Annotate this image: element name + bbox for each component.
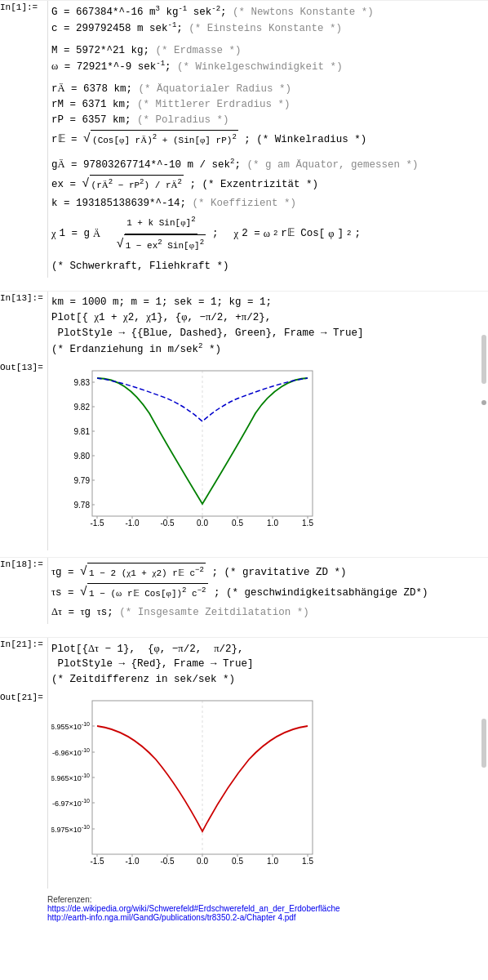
cell-content-in1[interactable]: G = 667384*^-16 m3 kg-1 sek-2; (* Newton…	[47, 1, 488, 278]
svg-text:1.0: 1.0	[267, 857, 278, 866]
svg-text:-6.975×10-10: -6.975×10-10	[51, 824, 90, 834]
cell-label-in1: In[1]:=	[0, 1, 47, 278]
svg-text:0.5: 0.5	[232, 857, 243, 866]
svg-text:9.79: 9.79	[74, 476, 91, 485]
cell-content-out13: 9.83 9.82 9.81 9.80 9.79 9.78	[47, 361, 488, 550]
plot-timedilation: -6.955×10-10 -6.96×10-10 -6.965×10-10 -6…	[51, 694, 329, 882]
svg-text:-6.96×10-10: -6.96×10-10	[52, 747, 90, 757]
svg-text:9.83: 9.83	[74, 378, 91, 387]
svg-text:0.5: 0.5	[232, 519, 243, 528]
code-comment: (* Schwerkraft, Fliehkraft *)	[51, 259, 481, 274]
code-line: gÄ = 97803267714*^-10 m / sek2; (* g am …	[51, 157, 481, 173]
code-line: Plot[{Δτ − 1}, {φ, −π/2, π/2},	[51, 641, 481, 657]
cell-content-in18[interactable]: τg = √ 1 − 2 (χ1 + χ2) r𝔼 c−2 ; (* gravi…	[47, 558, 488, 624]
references-section: Referenzen: https://de.wikipedia.org/wik…	[0, 889, 488, 929]
code-comment: (* Erdanziehung in m/sek2 *)	[51, 341, 481, 358]
cell-label-in21: In[21]:=	[0, 638, 47, 691]
plot-timedilation-svg: -6.955×10-10 -6.96×10-10 -6.965×10-10 -6…	[51, 694, 329, 882]
svg-text:0.0: 0.0	[197, 857, 208, 866]
svg-text:9.81: 9.81	[74, 427, 91, 436]
input-cell-13: In[13]:= km = 1000 m; m = 1; sek = 1; kg…	[0, 291, 488, 361]
reference-link-2[interactable]: http://earth-info.nga.mil/GandG/publicat…	[47, 913, 296, 922]
svg-text:-0.5: -0.5	[160, 857, 175, 866]
references-title: Referenzen:	[47, 895, 488, 904]
code-line: PlotStyle → {Red}, Frame → True]	[51, 657, 481, 672]
code-line: M = 5972*^21 kg; (* Erdmasse *)	[51, 43, 481, 59]
code-line: km = 1000 m; m = 1; sek = 1; kg = 1;	[51, 295, 481, 310]
scrollbar-indicator-3[interactable]	[481, 719, 486, 768]
code-line: k = 193185138639*^-14; (* Koeffizient *)	[51, 196, 481, 212]
math-line-ts: τs = √ 1 − (ω r𝔼 Cos[φ])2 c−2 ; (* gesch…	[51, 583, 481, 603]
code-line: c = 299792458 m sek-1; (* Einsteins Kons…	[51, 20, 481, 37]
code-line: PlotStyle → {{Blue, Dashed}, Green}, Fra…	[51, 326, 481, 341]
cell-content-in13[interactable]: km = 1000 m; m = 1; sek = 1; kg = 1; Plo…	[47, 292, 488, 361]
code-line: rP = 6357 km; (* Polradius *)	[51, 113, 481, 128]
code-line: Δτ = τg τs; (* Insgesamte Zeitdilatation…	[51, 604, 481, 621]
svg-text:9.78: 9.78	[74, 501, 91, 510]
cell-label-in18: In[18]:=	[0, 558, 47, 624]
svg-text:-1.0: -1.0	[125, 519, 140, 528]
math-line-ex: ex = √ (rÄ2 − rP2) / rÄ2 ; (* Exzentrizi…	[51, 175, 481, 194]
math-line-chi: χ1 = gÄ 1 + k Sin[φ]2 √1 − ex2 Sin[φ]2 ;…	[51, 212, 481, 255]
svg-text:-6.955×10-10: -6.955×10-10	[51, 721, 90, 731]
code-line: rÄ = 6378 km; (* Äquatorialer Radius *)	[51, 81, 481, 97]
svg-text:1.5: 1.5	[302, 857, 313, 866]
svg-text:-6.97×10-10: -6.97×10-10	[52, 798, 90, 808]
cell-label-in13: In[13]:=	[0, 292, 47, 361]
code-line: Plot[{ χ1 + χ2, χ1}, {φ, −π/2, +π/2},	[51, 310, 481, 326]
input-cell-18: In[18]:= τg = √ 1 − 2 (χ1 + χ2) r𝔼 c−2 ;…	[0, 557, 488, 624]
svg-text:-0.5: -0.5	[160, 519, 175, 528]
output-cell-13: Out[13]= 9.83 9.82	[0, 361, 488, 550]
code-line: G = 667384*^-16 m3 kg-1 sek-2; (* Newton…	[51, 4, 481, 20]
svg-text:0.0: 0.0	[197, 519, 208, 528]
code-line: ω = 72921*^-9 sek-1; (* Winkelgeschwindi…	[51, 59, 481, 75]
scrollbar-indicator-2[interactable]	[481, 400, 486, 405]
code-comment: (* Zeitdifferenz in sek/sek *)	[51, 672, 481, 688]
cell-content-in21[interactable]: Plot[{Δτ − 1}, {φ, −π/2, π/2}, PlotStyle…	[47, 638, 488, 691]
math-line-re: r𝔼 = √ (Cos[φ] rÄ)2 + (Sin[φ] rP)2 ; (* …	[51, 130, 481, 149]
scrollbar-indicator-1[interactable]	[481, 335, 486, 384]
svg-text:-1.0: -1.0	[125, 857, 140, 866]
svg-text:1.0: 1.0	[267, 519, 278, 528]
math-line-tg: τg = √ 1 − 2 (χ1 + χ2) r𝔼 c−2 ; (* gravi…	[51, 563, 481, 582]
svg-text:-1.5: -1.5	[90, 519, 104, 528]
cell-label-out13: Out[13]=	[0, 361, 47, 550]
svg-text:-1.5: -1.5	[90, 857, 104, 866]
cell-label-out21: Out[21]=	[0, 691, 47, 889]
plot-gravity: 9.83 9.82 9.81 9.80 9.79 9.78	[51, 364, 329, 544]
reference-link-1[interactable]: https://de.wikipedia.org/wiki/Schwerefel…	[47, 904, 340, 913]
plot-gravity-svg: 9.83 9.82 9.81 9.80 9.79 9.78	[51, 364, 329, 544]
svg-text:9.80: 9.80	[74, 452, 91, 461]
svg-text:-6.965×10-10: -6.965×10-10	[51, 773, 90, 782]
code-line: rM = 6371 km; (* Mittlerer Erdradius *)	[51, 97, 481, 113]
svg-text:9.82: 9.82	[74, 403, 91, 412]
output-cell-21: Out[21]= -6.955×10-10	[0, 691, 488, 889]
input-cell-1: In[1]:= G = 667384*^-16 m3 kg-1 sek-2; (…	[0, 0, 488, 278]
cell-content-out21: -6.955×10-10 -6.96×10-10 -6.965×10-10 -6…	[47, 691, 488, 889]
input-cell-21: In[21]:= Plot[{Δτ − 1}, {φ, −π/2, π/2}, …	[0, 637, 488, 691]
svg-text:1.5: 1.5	[302, 519, 313, 528]
